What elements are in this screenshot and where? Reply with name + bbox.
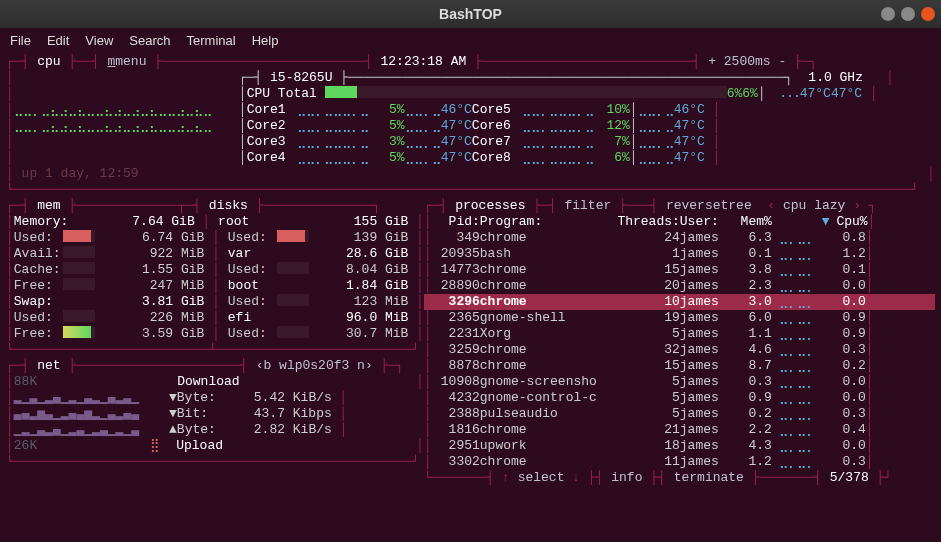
- process-row[interactable]: │2388 pulseaudio5 james0.2⣀⡀⣀⡀0.3│: [424, 406, 935, 422]
- net-bot-scale: 26K: [14, 438, 37, 454]
- proc-pid: 3296: [432, 294, 480, 310]
- refresh-ms[interactable]: 2500ms: [724, 54, 771, 70]
- titlebar[interactable]: BashTOP: [0, 0, 941, 28]
- proc-pid: 349: [432, 230, 480, 246]
- proc-mem: 6.3: [730, 230, 772, 246]
- proc-threads: 18: [610, 438, 680, 454]
- proc-program: chrome: [480, 342, 610, 358]
- proc-user: james: [680, 454, 730, 470]
- maximize-button[interactable]: [901, 7, 915, 21]
- proc-pid: 3302: [432, 454, 480, 470]
- process-row[interactable]: │20935 bash1 james0.1⣀⡀⣀⡀1.2│: [424, 246, 935, 262]
- proc-threads: 24: [610, 230, 680, 246]
- disks-label: disks: [209, 198, 248, 214]
- proc-pid: 1816: [432, 422, 480, 438]
- disk-var: var: [228, 246, 278, 262]
- close-button[interactable]: [921, 7, 935, 21]
- process-row[interactable]: │2365 gnome-shell19 james6.0⣀⡀⣀⡀0.9│: [424, 310, 935, 326]
- proc-cpu: 0.0: [822, 294, 866, 310]
- tree-toggle[interactable]: tree: [720, 198, 751, 214]
- hdr-program[interactable]: Program:: [480, 214, 610, 230]
- process-row[interactable]: │3302 chrome11 james1.2⣀⡀⣀⡀0.3│: [424, 454, 935, 470]
- proc-cpu: 0.3: [822, 454, 866, 470]
- proc-user: james: [680, 374, 730, 390]
- core-temp: 47°C: [674, 118, 705, 134]
- terminate-action[interactable]: terminate: [674, 470, 744, 486]
- core-pct: 7%: [594, 134, 630, 150]
- proc-program: gnome-shell: [480, 310, 610, 326]
- hdr-user[interactable]: User:: [680, 214, 730, 230]
- proc-pid: 14773: [432, 262, 480, 278]
- memory-label: Memory:: [14, 214, 71, 230]
- reverse-toggle[interactable]: reverse: [666, 198, 721, 214]
- sort-mode[interactable]: cpu lazy: [783, 198, 845, 214]
- proc-user: james: [680, 342, 730, 358]
- proc-threads: 1: [610, 246, 680, 262]
- net-iface[interactable]: b wlp0s20f3 n: [263, 358, 364, 374]
- core-temp: 47°C: [441, 134, 472, 150]
- clock: 12:23:18 AM: [381, 54, 467, 70]
- proc-program: upwork: [480, 438, 610, 454]
- menu-toggle[interactable]: menu: [115, 54, 146, 70]
- proc-pid: 28890: [432, 278, 480, 294]
- process-row[interactable]: │3296 chrome10 james3.0⣀⡀⣀⡀0.0│: [424, 294, 935, 310]
- core-pct: 3%: [369, 134, 405, 150]
- disk-boot: boot: [228, 278, 278, 294]
- process-row[interactable]: │2231 Xorg5 james1.1⣀⡀⣀⡀0.9│: [424, 326, 935, 342]
- filter-toggle[interactable]: filter: [564, 198, 611, 214]
- process-row[interactable]: │2951 upwork18 james4.3⣀⡀⣀⡀0.0│: [424, 438, 935, 454]
- process-row[interactable]: │28890 chrome20 james2.3⣀⡀⣀⡀0.0│: [424, 278, 935, 294]
- core-temp: 46°C: [441, 102, 472, 118]
- disk-root: root: [218, 214, 265, 230]
- core-pct: 5%: [369, 102, 405, 118]
- menu-edit[interactable]: Edit: [47, 33, 69, 48]
- proc-position: 5/378: [830, 470, 869, 486]
- menu-terminal[interactable]: Terminal: [187, 33, 236, 48]
- proc-cpu: 0.2: [822, 358, 866, 374]
- download-label: Download: [177, 374, 239, 390]
- core-temp: 46°C: [674, 102, 705, 118]
- core-name: Core1: [247, 102, 297, 118]
- select-action[interactable]: select: [518, 470, 565, 486]
- net-label: net: [37, 358, 60, 374]
- menubar: File Edit View Search Terminal Help: [0, 28, 941, 52]
- proc-user: james: [680, 422, 730, 438]
- hdr-pid[interactable]: Pid:: [432, 214, 480, 230]
- hdr-threads[interactable]: Threads:: [610, 214, 680, 230]
- core-name: Core8: [472, 150, 522, 166]
- proc-program: bash: [480, 246, 610, 262]
- process-row[interactable]: │10908 gnome-screensho5 james0.3⣀⡀⣀⡀0.0│: [424, 374, 935, 390]
- cpu-label: cpu: [37, 54, 60, 70]
- process-row[interactable]: │4232 gnome-control-c5 james0.9⣀⡀⣀⡀0.0│: [424, 390, 935, 406]
- proc-threads: 10: [610, 294, 680, 310]
- process-row[interactable]: │8878 chrome15 james8.7⣀⡀⣀⡀0.2│: [424, 358, 935, 374]
- window-title: BashTOP: [439, 6, 502, 22]
- minimize-button[interactable]: [881, 7, 895, 21]
- process-row[interactable]: │349 chrome24 james6.3⣀⡀⣀⡀0.8│: [424, 230, 935, 246]
- proc-program: chrome: [480, 278, 610, 294]
- proc-mem: 0.3: [730, 374, 772, 390]
- process-row[interactable]: │3259 chrome32 james4.6⣀⡀⣀⡀0.3│: [424, 342, 935, 358]
- proc-pid: 10908: [432, 374, 480, 390]
- proc-user: james: [680, 438, 730, 454]
- cpu-total-temp: 47°C: [800, 86, 831, 102]
- menu-file[interactable]: File: [10, 33, 31, 48]
- proc-user: james: [680, 294, 730, 310]
- hdr-mem[interactable]: Mem%: [730, 214, 772, 230]
- proc-mem: 2.3: [730, 278, 772, 294]
- proc-threads: 5: [610, 406, 680, 422]
- proc-user: james: [680, 310, 730, 326]
- process-row[interactable]: │14773 chrome15 james3.8⣀⡀⣀⡀0.1│: [424, 262, 935, 278]
- menu-view[interactable]: View: [85, 33, 113, 48]
- proc-cpu: 0.1: [822, 262, 866, 278]
- proc-pid: 2951: [432, 438, 480, 454]
- menu-help[interactable]: Help: [252, 33, 279, 48]
- process-row[interactable]: │1816 chrome21 james2.2⣀⡀⣀⡀0.4│: [424, 422, 935, 438]
- proc-mem: 0.9: [730, 390, 772, 406]
- proc-cpu: 0.4: [822, 422, 866, 438]
- menu-search[interactable]: Search: [129, 33, 170, 48]
- hdr-cpu[interactable]: Cpu%: [830, 214, 868, 230]
- info-action[interactable]: info: [611, 470, 642, 486]
- proc-threads: 21: [610, 422, 680, 438]
- proc-mem: 4.6: [730, 342, 772, 358]
